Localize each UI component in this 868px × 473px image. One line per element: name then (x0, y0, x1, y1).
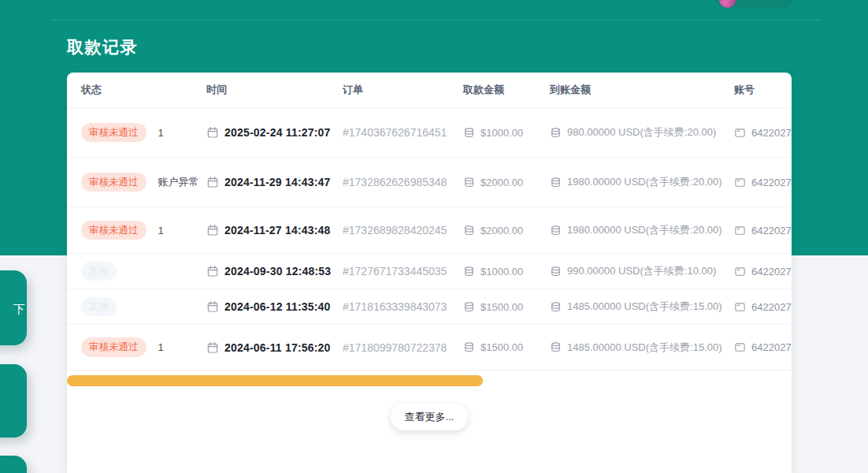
time-value: 2024-11-29 14:43:47 (224, 176, 331, 188)
calendar-icon (206, 224, 219, 236)
withdraw-amount-cell: $2000.00 (463, 225, 550, 236)
coins-icon (463, 127, 475, 139)
coins-icon (550, 266, 562, 277)
status-badge: 其他 (81, 262, 117, 281)
account-cell: 6422027 (734, 127, 792, 139)
order-cell: #1718163339843073 (343, 300, 463, 313)
withdraw-amount: $1000.00 (480, 127, 523, 139)
account-cell: 6422027 (734, 177, 792, 188)
status-cell: 审核未通过 账户异常 (81, 173, 206, 192)
account-cell: 6422027 (734, 341, 792, 353)
order-id: #1718163339843073 (343, 300, 447, 313)
status-note: 1 (158, 225, 164, 236)
card-icon (734, 127, 746, 139)
page-title: 取款记录 (67, 36, 138, 58)
header-order: 订单 (343, 83, 463, 97)
floating-action-button[interactable] (0, 456, 27, 473)
table-row: 审核未通过 1 2024-06-11 17:56:20 #17180997807… (67, 325, 792, 371)
received-amount: 980.00000 USD(含手续费:20.00) (567, 125, 716, 140)
calendar-icon (206, 341, 219, 354)
coins-icon (550, 127, 562, 139)
table-header-row: 状态 时间 订单 取款金额 到账金额 账号 (67, 73, 792, 108)
withdraw-amount: $2000.00 (480, 225, 523, 236)
floating-action-button[interactable]: 下 (0, 270, 27, 345)
order-id: #1727671733445035 (343, 265, 447, 277)
coins-icon (463, 266, 475, 277)
status-cell: 审核未通过 1 (81, 337, 206, 357)
status-badge: 审核未通过 (81, 173, 147, 192)
calendar-icon (206, 300, 219, 313)
card-icon (734, 341, 746, 353)
account-cell: 6422027 (734, 225, 792, 236)
withdraw-amount-cell: $2000.00 (463, 177, 550, 188)
received-amount: 1485.00000 USD(含手续费:15.00) (567, 341, 722, 355)
header-time: 时间 (206, 83, 343, 97)
view-more-button[interactable]: 查看更多... (391, 404, 468, 430)
withdraw-amount: $1500.00 (480, 341, 523, 353)
calendar-icon (206, 126, 219, 139)
time-cell: 2024-11-27 14:43:48 (206, 224, 343, 236)
withdraw-amount-cell: $1000.00 (463, 127, 550, 139)
coins-icon (550, 301, 562, 313)
progress-bar (67, 375, 483, 386)
order-cell: #1732862626985348 (343, 176, 463, 188)
status-badge: 审核未通过 (81, 123, 147, 143)
status-cell: 审核未通过 1 (81, 221, 206, 240)
table-row: 审核未通过 账户异常 2024-11-29 14:43:47 #17328626… (67, 158, 792, 207)
records-card: 状态 时间 订单 取款金额 到账金额 账号 审核未通过 1 2025-02-24… (67, 73, 792, 473)
received-amount-cell: 1485.00000 USD(含手续费:15.00) (550, 341, 734, 355)
header-withdraw-amount: 取款金额 (463, 83, 550, 97)
floating-button-label: 下 (13, 302, 25, 317)
floating-action-button[interactable] (0, 364, 27, 438)
account-cell: 6422027 (734, 266, 792, 277)
time-cell: 2024-11-29 14:43:47 (206, 176, 343, 188)
received-amount-cell: 1485.00000 USD(含手续费:15.00) (550, 300, 734, 314)
withdraw-amount: $1500.00 (480, 301, 523, 313)
status-badge: 审核未通过 (81, 221, 147, 240)
account-number: 6422027 (751, 177, 792, 188)
status-cell: 其他 (81, 262, 206, 281)
time-value: 2025-02-24 11:27:07 (224, 126, 331, 139)
account-number: 6422027 (751, 266, 792, 277)
calendar-icon (206, 176, 219, 188)
withdrawal-records-page: 取款记录 状态 时间 订单 取款金额 到账金额 账号 审核未通过 1 2025-… (0, 0, 868, 473)
withdraw-amount: $2000.00 (480, 177, 523, 188)
header-divider (51, 20, 821, 20)
withdraw-amount-cell: $1500.00 (463, 341, 550, 353)
time-cell: 2024-09-30 12:48:53 (206, 265, 343, 277)
account-cell: 6422027 (734, 301, 792, 313)
received-amount: 1980.00000 USD(含手续费:20.00) (567, 175, 722, 189)
coins-icon (550, 177, 562, 188)
received-amount-cell: 1980.00000 USD(含手续费:20.00) (550, 175, 734, 189)
card-icon (734, 301, 746, 313)
status-badge: 其他 (81, 297, 117, 317)
time-value: 2024-06-11 17:56:20 (224, 341, 331, 354)
order-id: #1740367626716451 (343, 126, 447, 139)
header-received-amount: 到账金额 (550, 83, 734, 97)
calendar-icon (206, 265, 219, 277)
time-cell: 2024-06-11 17:56:20 (206, 341, 343, 354)
status-badge: 审核未通过 (81, 337, 147, 357)
coins-icon (463, 341, 475, 353)
header-status: 状态 (81, 83, 206, 97)
status-cell: 审核未通过 1 (81, 123, 206, 143)
account-number: 6422027 (751, 301, 792, 313)
withdraw-amount: $1000.00 (480, 266, 523, 277)
coins-icon (463, 177, 475, 188)
received-amount: 1485.00000 USD(含手续费:15.00) (567, 300, 722, 314)
order-cell: #1740367626716451 (343, 126, 463, 139)
order-id: #1732689828420245 (343, 224, 447, 236)
account-number: 6422027 (751, 127, 792, 139)
account-number: 6422027 (751, 341, 792, 353)
time-cell: 2025-02-24 11:27:07 (206, 126, 343, 139)
order-id: #1718099780722378 (343, 341, 447, 354)
order-cell: #1732689828420245 (343, 224, 463, 236)
table-row: 审核未通过 1 2025-02-24 11:27:07 #17403676267… (67, 108, 792, 158)
time-value: 2024-09-30 12:48:53 (224, 265, 331, 277)
time-cell: 2024-06-12 11:35:40 (206, 300, 343, 313)
time-value: 2024-11-27 14:43:48 (224, 224, 331, 236)
order-id: #1732862626985348 (343, 176, 447, 188)
withdraw-amount-cell: $1500.00 (463, 301, 550, 313)
coins-icon (463, 301, 475, 313)
coins-icon (550, 225, 562, 236)
